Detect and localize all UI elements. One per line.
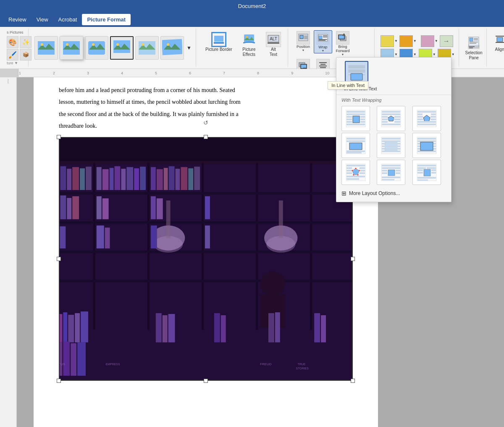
picture-style-5[interactable] [135, 36, 159, 60]
picture-style-2[interactable] [60, 36, 83, 60]
svg-point-222 [352, 170, 353, 171]
layout-icon: ⊞ [341, 190, 346, 197]
vertical-ruler: │ [0, 77, 17, 427]
menu-item-acrobat[interactable]: Acrobat [53, 14, 82, 25]
svg-rect-185 [417, 119, 423, 120]
wrap-option-8[interactable] [412, 160, 441, 185]
handle-middle-left[interactable] [57, 257, 61, 261]
color-btn[interactable]: 🖌️ [7, 49, 18, 61]
handle-bottom-middle[interactable] [204, 379, 208, 383]
handle-bottom-right[interactable] [351, 379, 355, 383]
svg-rect-192 [349, 143, 362, 150]
wrap-option-7[interactable] [377, 160, 405, 185]
svg-rect-169 [382, 113, 400, 115]
svg-point-223 [358, 170, 360, 171]
picture-effects-btn[interactable]: PictureIn Line with TextEffects [238, 30, 260, 59]
picture-style-6[interactable] [160, 36, 184, 60]
corrections-btn[interactable]: 🎨 [7, 36, 18, 48]
picture-style-3[interactable] [85, 36, 108, 60]
svg-rect-165 [360, 121, 365, 123]
more-layout-options-btn[interactable]: ⊞ More Layout Options... [336, 187, 451, 199]
wrap-top-bottom-btn[interactable] [341, 133, 370, 158]
ribbon-group-align-right: Align [489, 29, 504, 67]
ribbon-group-selection-pane: SelectionPane [462, 29, 487, 67]
svg-rect-215 [360, 167, 365, 169]
document-title: Document2 [238, 3, 266, 9]
svg-rect-236 [382, 179, 394, 180]
more-layout-options-label: More Layout Options... [349, 190, 400, 196]
wrap-in-front-btn[interactable] [412, 133, 441, 158]
menu-item-view[interactable]: View [32, 14, 53, 25]
svg-point-224 [357, 174, 359, 176]
wrap-text-dropdown: In Line with Text In Line with Text With… [336, 57, 452, 202]
inline-with-text-option[interactable]: In Line with Text [345, 61, 368, 84]
svg-point-14 [142, 43, 144, 46]
svg-point-8 [92, 43, 94, 46]
svg-rect-246 [417, 177, 436, 179]
color-swatch-yellow[interactable]: ▼ [381, 35, 398, 47]
color-swatch-arrow-right[interactable]: → [440, 35, 453, 47]
wrap-tight-btn[interactable] [377, 106, 405, 131]
rotation-handle[interactable]: ↺ [203, 119, 208, 126]
svg-rect-210 [420, 142, 433, 150]
compress-btn[interactable]: 📦 [20, 49, 32, 61]
svg-rect-162 [346, 119, 352, 120]
wrap-behind-text-btn[interactable] [377, 133, 405, 158]
svg-rect-204 [417, 138, 436, 140]
svg-rect-191 [346, 140, 365, 142]
svg-point-226 [355, 168, 357, 169]
svg-rect-158 [346, 113, 365, 115]
handle-bottom-left[interactable] [57, 379, 61, 383]
selected-image-container[interactable]: BRUTUS EMPRESS FREUD TRUE STORIES [59, 137, 353, 381]
position-btn[interactable]: Position ▼ [294, 30, 312, 53]
inline-tooltip: In Line with Text [328, 81, 368, 90]
handle-top-left[interactable] [57, 135, 61, 139]
picture-border-icon [211, 32, 226, 47]
bring-forward-icon [336, 31, 349, 45]
svg-rect-234 [396, 172, 400, 174]
wrap-square-btn[interactable] [341, 106, 370, 131]
svg-rect-199 [382, 143, 400, 145]
svg-rect-154 [348, 74, 350, 75]
artistic-effects-btn[interactable]: ✨ [20, 36, 32, 48]
menu-item-picture-format[interactable]: Picture Format [82, 14, 131, 25]
bookstore-image: BRUTUS EMPRESS FREUD TRUE STORIES [59, 137, 353, 381]
svg-rect-157 [346, 111, 365, 113]
svg-rect-160 [346, 116, 352, 118]
picture-styles-more[interactable]: ▼ [186, 45, 192, 51]
align-right-btn[interactable]: Align [489, 30, 504, 54]
svg-rect-242 [417, 169, 423, 171]
svg-rect-25 [268, 42, 279, 44]
svg-rect-53 [468, 45, 479, 49]
picture-style-4[interactable] [110, 36, 134, 60]
picture-border-btn[interactable]: Picture Border [202, 30, 236, 54]
svg-rect-239 [417, 167, 426, 169]
svg-rect-172 [394, 116, 400, 118]
wrap-text-icon [316, 32, 330, 45]
menu-item-review[interactable]: Review [3, 14, 32, 25]
inline-with-text-header: In Line with Text In Line with Text [336, 58, 451, 93]
wrap-through-btn[interactable] [412, 106, 441, 131]
picture-style-1[interactable] [34, 36, 58, 60]
svg-rect-151 [348, 65, 365, 69]
inline-text-row: In Line with Text [341, 60, 446, 85]
title-bar: Document2 [0, 0, 504, 12]
alt-text-btn[interactable]: ALT AltText [262, 30, 284, 59]
color-swatch-pink[interactable]: ▼ [421, 35, 438, 47]
svg-rect-181 [417, 113, 423, 115]
selection-pane-btn[interactable]: SelectionPane [461, 32, 487, 64]
ruler-corner [0, 69, 18, 77]
svg-rect-164 [346, 121, 352, 123]
svg-rect-233 [382, 172, 387, 174]
handle-middle-right[interactable] [351, 257, 355, 261]
wrap-edit-points-btn[interactable] [341, 160, 370, 185]
wrap-text-btn[interactable]: Wrap ▼ [314, 30, 332, 53]
handle-top-middle[interactable] [204, 135, 208, 139]
svg-rect-48 [470, 38, 473, 41]
color-swatch-orange[interactable]: ▼ [399, 35, 417, 47]
svg-rect-197 [382, 138, 400, 140]
svg-rect-176 [394, 121, 400, 123]
svg-rect-241 [424, 169, 430, 176]
svg-point-17 [167, 43, 169, 46]
bring-forward-btn[interactable]: BringForward ▼ [333, 30, 352, 57]
